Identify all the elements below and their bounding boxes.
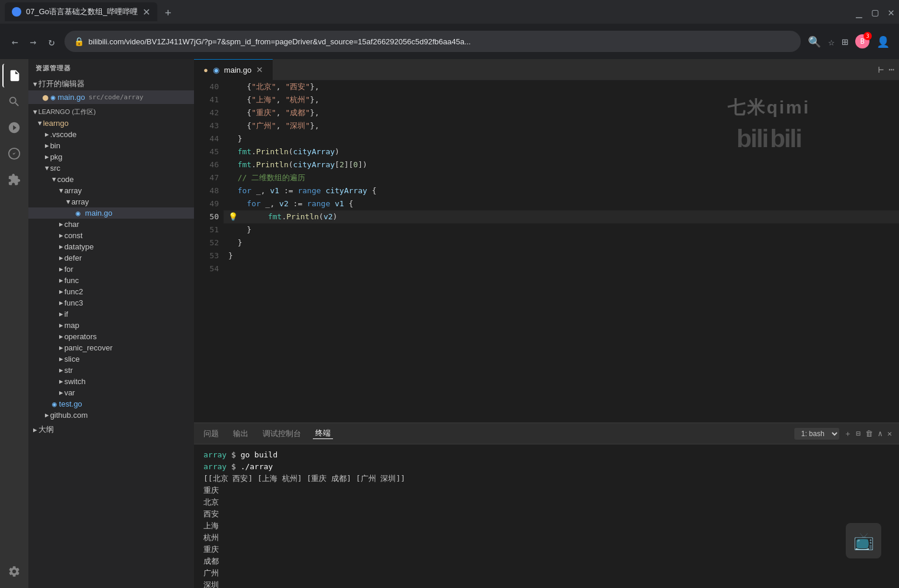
sidebar-item-for[interactable]: ▶ for (28, 264, 194, 275)
tab-terminal[interactable]: 终端 (313, 428, 333, 439)
dirty-dot-tab: ● (203, 66, 208, 74)
close-browser-icon[interactable]: ✕ (888, 6, 894, 18)
trash-terminal-icon[interactable]: 🗑 (865, 429, 873, 438)
terminal-content[interactable]: array $ go build array $ ./array [[北京 西安… (194, 444, 899, 588)
line-num-41: 41 (199, 93, 219, 106)
code-area: 40 41 42 43 44 45 46 47 48 49 50 51 52 5… (194, 80, 899, 588)
tab-close-button[interactable]: ✕ (143, 7, 150, 18)
sidebar-item-pkg[interactable]: ▶ pkg (28, 151, 194, 163)
bookmark-icon[interactable]: ☆ (828, 35, 835, 48)
code-line-40: {"北京", "西安"}, (224, 80, 899, 93)
open-editors-header[interactable]: ▼ 打开的编辑器 (28, 77, 194, 90)
switch-label: switch (64, 377, 86, 386)
split-terminal-icon[interactable]: ⊟ (856, 429, 861, 438)
term-line-2: array $ ./array (203, 461, 890, 473)
tab-problems[interactable]: 问题 (201, 428, 221, 439)
if-label: if (64, 310, 69, 319)
active-tab[interactable]: 07_Go语言基础之数组_哔哩哔哩 ✕ (5, 2, 157, 21)
sidebar-item-bin[interactable]: ▶ bin (28, 140, 194, 151)
term-line-6: 西安 (203, 508, 890, 520)
sidebar-item-char[interactable]: ▶ char (28, 219, 194, 230)
sidebar-item-func3[interactable]: ▶ func3 (28, 297, 194, 308)
outline-header[interactable]: ▶ 大纲 (28, 423, 194, 436)
sidebar-item-panic-recover[interactable]: ▶ panic_recover (28, 342, 194, 353)
var-arrow: ▶ (59, 389, 63, 397)
line-num-49: 49 (199, 197, 219, 210)
sidebar-item-str[interactable]: ▶ str (28, 365, 194, 376)
new-tab-button[interactable]: + (160, 4, 176, 20)
maingo-label: main.go (83, 209, 115, 217)
sidebar-item-func2[interactable]: ▶ func2 (28, 286, 194, 297)
debug-icon[interactable] (2, 142, 26, 165)
explorer-icon[interactable] (2, 64, 26, 87)
sidebar-item-datatype[interactable]: ▶ datatype (28, 241, 194, 252)
line-num-53: 53 (199, 249, 219, 262)
func-arrow: ▶ (59, 277, 63, 284)
sidebar-item-operators[interactable]: ▶ operators (28, 331, 194, 342)
tv-icon-button[interactable]: 📺 (846, 523, 881, 558)
chevron-up-icon[interactable]: ∧ (878, 429, 882, 438)
sidebar-item-github[interactable]: ▶ github.com (28, 410, 194, 421)
minimize-icon[interactable]: ⎯ (856, 6, 862, 18)
switch-arrow: ▶ (59, 378, 63, 385)
tab-output[interactable]: 输出 (231, 428, 251, 439)
code-line-42: {"重庆", "成都"}, (224, 106, 899, 119)
tab-title: 07_Go语言基础之数组_哔哩哔哩 (26, 7, 138, 17)
line-num-46: 46 (199, 158, 219, 171)
line-num-43: 43 (199, 119, 219, 132)
vscode-arrow: ▶ (45, 131, 49, 138)
sidebar-item-switch[interactable]: ▶ switch (28, 376, 194, 387)
forward-button[interactable]: → (28, 33, 39, 50)
profile-icon[interactable]: 👤 (877, 35, 890, 48)
search-icon[interactable]: 🔍 (808, 35, 821, 48)
const-label: const (64, 231, 83, 240)
sidebar-item-vscode[interactable]: ▶ .vscode (28, 129, 194, 140)
search-activity-icon[interactable] (2, 90, 26, 113)
sidebar-item-array-parent[interactable]: ▼ array (28, 185, 194, 196)
extensions-icon[interactable] (2, 168, 26, 191)
close-terminal-icon[interactable]: ✕ (887, 429, 892, 438)
workspace-label: LEARNGO (工作区) (38, 108, 96, 116)
sidebar-item-learngo[interactable]: ▼ learngo (28, 118, 194, 129)
code-content[interactable]: {"北京", "西安"}, {"上海", "杭州"}, {"重庆", "成都"}… (224, 80, 899, 423)
git-icon[interactable] (2, 116, 26, 139)
browser-chrome: 07_Go语言基础之数组_哔哩哔哩 ✕ + ⎯ ▢ ✕ ← → ↻ 🔒 bili… (0, 0, 899, 59)
sidebar-item-defer[interactable]: ▶ defer (28, 252, 194, 264)
sidebar-item-if[interactable]: ▶ if (28, 308, 194, 320)
sidebar-item-code[interactable]: ▼ code (28, 174, 194, 185)
code-editor[interactable]: 40 41 42 43 44 45 46 47 48 49 50 51 52 5… (194, 80, 899, 423)
sidebar-item-array-child[interactable]: ▼ array (28, 196, 194, 207)
sidebar-item-const[interactable]: ▶ const (28, 230, 194, 241)
restore-icon[interactable]: ▢ (872, 6, 878, 18)
sidebar-item-maingo[interactable]: ◉ main.go (28, 207, 194, 219)
split-editor-icon[interactable]: ⊢ (878, 64, 884, 75)
more-actions-icon[interactable]: ⋯ (888, 64, 894, 75)
sidebar-item-testgo[interactable]: ◉ test.go (28, 398, 194, 410)
url-bar[interactable]: 🔒 bilibili.com/video/BV1ZJ411W7jG/?p=7&s… (64, 31, 801, 52)
back-button[interactable]: ← (9, 33, 21, 50)
term-line-3: [[北京 西安] [上海 杭州] [重庆 成都] [广州 深圳]] (203, 473, 890, 485)
reload-button[interactable]: ↻ (46, 33, 57, 50)
editor-area: ● ◉ main.go ✕ ⊢ ⋯ 40 41 42 43 44 45 (194, 59, 899, 588)
extension-icon[interactable]: ⊞ (842, 35, 848, 48)
open-editor-file[interactable]: ● ◉ main.go src/code/array (28, 90, 194, 104)
shell-selector[interactable]: 1: bash (794, 428, 839, 440)
term-line-11: 广州 (203, 567, 890, 579)
open-editors-label: 打开的编辑器 (38, 79, 85, 89)
sidebar-item-slice[interactable]: ▶ slice (28, 353, 194, 365)
workspace-header[interactable]: ▼ LEARNGO (工作区) (28, 106, 194, 118)
str-arrow: ▶ (59, 366, 63, 374)
sidebar-item-func[interactable]: ▶ func (28, 275, 194, 286)
go-file-icon: ◉ (51, 93, 56, 102)
editor-tab-maingo[interactable]: ● ◉ main.go ✕ (194, 59, 273, 80)
tab-debug-console[interactable]: 调试控制台 (260, 428, 303, 439)
settings-icon[interactable] (2, 560, 26, 583)
sidebar-item-src[interactable]: ▼ src (28, 163, 194, 174)
line-num-48: 48 (199, 184, 219, 197)
sidebar-item-var[interactable]: ▶ var (28, 387, 194, 398)
new-terminal-icon[interactable]: ＋ (844, 428, 852, 439)
sidebar-item-map[interactable]: ▶ map (28, 320, 194, 331)
explorer-header: 资源管理器 (28, 59, 194, 77)
bilibili-badge[interactable]: B 3 (855, 34, 869, 48)
tab-close-editor[interactable]: ✕ (256, 65, 263, 74)
